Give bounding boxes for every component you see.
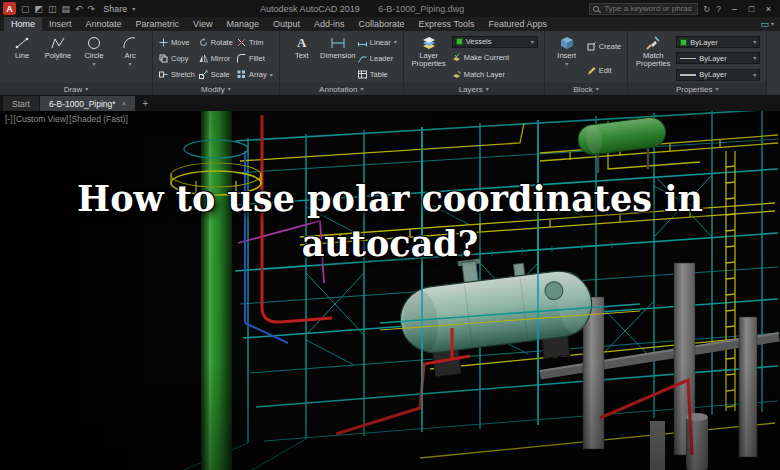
chevron-down-icon: ▾ <box>486 86 489 92</box>
insert-label: Insert <box>557 52 576 60</box>
minimize-button[interactable]: – <box>726 1 743 17</box>
panel-name: Layers <box>459 85 483 94</box>
panel-footer-block[interactable]: Block ▾ <box>545 83 628 95</box>
match-layer-icon <box>452 70 461 79</box>
object-color-swatch <box>680 39 687 46</box>
chevron-down-icon: ▾ <box>771 21 774 27</box>
close-button[interactable]: × <box>760 1 777 17</box>
help-icon[interactable]: ? <box>716 4 721 14</box>
new-file-icon[interactable]: ▢ <box>21 4 30 14</box>
arc-label: Arc <box>124 52 135 60</box>
panel-name: Block <box>573 85 593 94</box>
layer-properties-button[interactable]: Layer Properties <box>410 33 448 83</box>
open-file-icon[interactable]: ◩ <box>35 4 44 14</box>
file-tab-bar: Start 6-B-1000_Piping* × + <box>0 95 780 111</box>
trim-button[interactable]: Trim <box>237 36 273 49</box>
panel-icon: ▭ <box>760 19 769 29</box>
move-button[interactable]: Move <box>159 36 195 49</box>
viewport-menu-control[interactable]: [-] <box>5 114 13 124</box>
insert-block-button[interactable]: Insert ▾ <box>551 33 583 83</box>
mirror-button[interactable]: Mirror <box>199 52 233 65</box>
tab-view[interactable]: View <box>186 17 219 31</box>
chevron-down-icon: ▾ <box>596 86 599 92</box>
ribbon-tab-bar: Home Insert Annotate Parametric View Man… <box>0 17 780 31</box>
tab-parametric[interactable]: Parametric <box>129 17 187 31</box>
ribbon-display-toggle[interactable]: ▭ ▾ <box>754 17 780 31</box>
panel-footer-annotation[interactable]: Annotation ▾ <box>280 83 403 95</box>
scale-button[interactable]: Scale <box>199 68 233 81</box>
lineweight-dropdown[interactable]: ByLayer ▾ <box>676 69 760 81</box>
plot-icon[interactable]: ▤ <box>62 4 71 14</box>
panel-footer-modify[interactable]: Modify ▾ <box>153 83 279 95</box>
match-properties-button[interactable]: Match Properties <box>634 33 672 83</box>
text-button[interactable]: A Text <box>286 33 318 83</box>
polyline-button[interactable]: Polyline <box>42 33 74 83</box>
table-icon <box>358 70 367 79</box>
panel-name: Annotation <box>319 85 357 94</box>
text-icon: A <box>297 35 306 51</box>
stretch-button[interactable]: Stretch <box>159 68 195 81</box>
panel-footer-properties[interactable]: Properties ▾ <box>628 83 766 95</box>
panel-footer-draw[interactable]: Draw ▾ <box>0 83 152 95</box>
file-tab-label: 6-B-1000_Piping* <box>49 99 116 109</box>
tab-home[interactable]: Home <box>4 17 42 31</box>
drawing-viewport[interactable]: [-] [Custom View] [Shaded (Fast)] How to… <box>0 111 780 470</box>
quick-access-toolbar: ▢ ◩ ◫ ▤ ↶ ↷ Share ▾ <box>21 4 135 14</box>
tab-annotate[interactable]: Annotate <box>79 17 129 31</box>
tab-express-tools[interactable]: Express Tools <box>412 17 482 31</box>
tab-manage[interactable]: Manage <box>219 17 266 31</box>
chevron-down-icon: ▾ <box>753 39 756 45</box>
rotate-button[interactable]: Rotate <box>199 36 233 49</box>
circle-button[interactable]: Circle ▾ <box>78 33 110 83</box>
tab-collaborate[interactable]: Collaborate <box>352 17 412 31</box>
autocad-logo-icon[interactable]: A <box>3 2 16 15</box>
chevron-down-icon: ▾ <box>92 61 95 67</box>
chevron-down-icon[interactable]: ▾ <box>132 6 135 12</box>
lineweight-icon <box>680 74 696 76</box>
tab-addins[interactable]: Add-ins <box>307 17 352 31</box>
fillet-button[interactable]: Fillet <box>237 52 273 65</box>
edit-block-button[interactable]: Edit <box>587 64 622 77</box>
make-current-button[interactable]: Make Current <box>452 51 538 64</box>
create-block-button[interactable]: Create <box>587 40 622 53</box>
file-tab-start[interactable]: Start <box>3 96 39 111</box>
arc-button[interactable]: Arc ▾ <box>114 33 146 83</box>
document-title: 6-B-1000_Piping.dwg <box>378 4 464 14</box>
copy-button[interactable]: Copy <box>159 52 195 65</box>
linetype-value: ByLayer <box>699 54 750 63</box>
view-control[interactable]: [Custom View] <box>14 114 69 124</box>
panel-footer-layers[interactable]: Layers ▾ <box>404 83 544 95</box>
file-tab-drawing[interactable]: 6-B-1000_Piping* × <box>40 96 135 111</box>
linear-button[interactable]: Linear▾ <box>358 36 397 49</box>
leader-button[interactable]: Leader <box>358 52 397 65</box>
circle-icon <box>86 35 102 51</box>
lineweight-value: ByLayer <box>699 70 750 79</box>
undo-icon[interactable]: ↶ <box>75 4 83 14</box>
viewport-controls: [-] [Custom View] [Shaded (Fast)] <box>5 114 129 124</box>
linetype-dropdown[interactable]: ByLayer ▾ <box>676 52 760 64</box>
polyline-label: Polyline <box>45 52 71 60</box>
save-file-icon[interactable]: ◫ <box>48 4 57 14</box>
layer-dropdown[interactable]: Vessels ▾ <box>452 36 538 48</box>
match-layer-button[interactable]: Match Layer <box>452 68 538 81</box>
share-button[interactable]: Share <box>103 4 127 14</box>
dimension-button[interactable]: Dimension <box>322 33 354 83</box>
search-input[interactable] <box>602 3 694 14</box>
title-line-2: autocad? <box>0 222 780 267</box>
line-button[interactable]: Line <box>6 33 38 83</box>
object-color-dropdown[interactable]: ByLayer ▾ <box>676 36 760 48</box>
tab-output[interactable]: Output <box>266 17 307 31</box>
linetype-icon <box>680 58 696 59</box>
table-button[interactable]: Table <box>358 68 397 81</box>
visual-style-control[interactable]: [Shaded (Fast)] <box>69 114 128 124</box>
array-button[interactable]: Array▾ <box>237 68 273 81</box>
tab-featured-apps[interactable]: Featured Apps <box>481 17 554 31</box>
new-tab-button[interactable]: + <box>136 96 154 111</box>
tab-insert[interactable]: Insert <box>42 17 79 31</box>
tab-close-icon[interactable]: × <box>122 99 127 108</box>
line-icon <box>14 35 30 51</box>
drawing-canvas[interactable] <box>0 111 780 470</box>
redo-icon[interactable]: ↷ <box>88 4 96 14</box>
maximize-button[interactable]: □ <box>743 1 760 17</box>
sync-icon[interactable]: ↻ <box>703 4 710 14</box>
